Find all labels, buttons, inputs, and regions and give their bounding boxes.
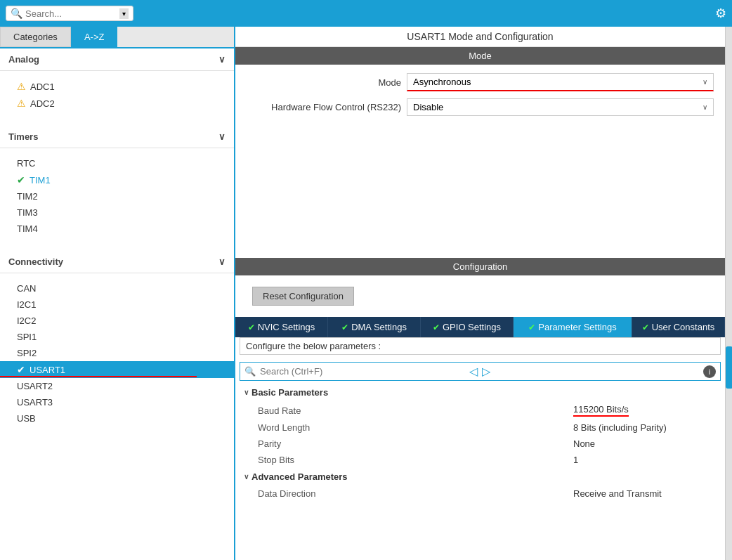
baud-rate-value: 115200 Bits/s [573,404,629,417]
info-button[interactable]: i [703,365,716,378]
check-icon: ✔ [17,174,25,185]
main-content: Categories A->Z Analog ∨ ⚠ ADC1 ⚠ ADC2 [0,27,732,560]
search-dropdown-button[interactable]: ▾ [119,8,129,19]
item-label: USB [17,413,36,424]
item-label: I2C2 [17,315,36,326]
tab-label: NVIC Settings [258,322,315,332]
right-panel: USART1 Mode and Configuration Mode Mode … [235,27,725,560]
chevron-down-icon: ∨ [702,78,707,86]
tab-user-constants[interactable]: ✔ User Constants [632,317,725,337]
check-icon: ✔ [341,323,348,332]
check-icon: ✔ [248,323,255,332]
hw-flow-label: Hardware Flow Control (RS232) [247,102,401,112]
search-input[interactable] [25,8,117,19]
chevron-down-icon: ∨ [218,54,226,65]
list-item[interactable]: TIM4 [0,221,234,237]
item-label: SPI2 [17,348,37,358]
tab-nvic-settings[interactable]: ✔ NVIC Settings [235,317,328,337]
category-connectivity[interactable]: Connectivity ∨ [0,251,234,273]
mode-label: Mode [247,77,401,88]
left-scroll-area[interactable]: Analog ∨ ⚠ ADC1 ⚠ ADC2 Timers ∨ [0,48,234,560]
table-row: Data Direction Receive and Transmit [241,486,719,502]
mode-gap [235,131,725,258]
item-label: ADC1 [30,82,55,92]
category-timers[interactable]: Timers ∨ [0,126,234,148]
item-label: USART1 [30,365,65,375]
list-item[interactable]: USART2 [0,378,234,394]
chevron-down-icon: ∨ [702,103,707,111]
search-icon: 🔍 [11,8,22,19]
gear-icon[interactable]: ⚙ [715,6,726,21]
scrollbar-thumb[interactable] [726,346,732,389]
chevron-down-icon: ∨ [244,473,249,481]
list-item[interactable]: TIM2 [0,188,234,204]
list-item-usart1[interactable]: ✔ USART1 [0,361,234,378]
tab-gpio-settings[interactable]: ✔ GPIO Settings [421,317,514,337]
hw-flow-row: Hardware Flow Control (RS232) Disable ∨ [247,98,714,116]
list-item[interactable]: ⚠ ADC2 [0,95,234,112]
param-value: None [573,438,714,449]
right-scrollbar[interactable] [725,27,732,560]
list-item[interactable]: CAN [0,280,234,297]
item-label: USART2 [17,381,53,391]
params-list: ∨ Basic Parameters Baud Rate 115200 Bits… [235,384,725,560]
list-item[interactable]: ✔ TIM1 [0,171,234,188]
tab-parameter-settings[interactable]: ✔ Parameter Settings [514,317,632,337]
hw-flow-value: Disable [413,102,443,112]
mode-section-header: Mode [235,47,725,65]
group-label: Basic Parameters [251,387,328,398]
search-box[interactable]: 🔍 ▾ [6,6,133,21]
search-icon: 🔍 [244,366,256,377]
list-item[interactable]: USB [0,410,234,426]
param-name: Word Length [258,422,573,433]
param-search-input[interactable] [260,366,465,377]
list-item[interactable]: I2C2 [0,313,234,329]
param-value: 1 [573,455,714,465]
tab-dma-settings[interactable]: ✔ DMA Settings [328,317,421,337]
item-label: SPI1 [17,332,37,342]
list-item[interactable]: I2C1 [0,297,234,313]
mode-value: Asynchronous [413,77,471,87]
item-label: TIM3 [17,207,38,218]
configure-label: Configure the below parameters : [240,337,721,355]
list-item[interactable]: ⚠ ADC1 [0,78,234,95]
group-label: Advanced Parameters [251,471,348,482]
left-panel: Categories A->Z Analog ∨ ⚠ ADC1 ⚠ ADC2 [0,27,235,560]
category-analog-label: Analog [8,54,39,65]
tab-label: User Constants [652,322,715,332]
advanced-params-group[interactable]: ∨ Advanced Parameters [241,468,719,486]
list-item[interactable]: RTC [0,155,234,171]
param-name: Baud Rate [258,405,573,416]
page-title: USART1 Mode and Configuration [235,27,725,47]
chevron-down-icon: ∨ [218,131,226,142]
item-label: RTC [17,158,35,169]
list-item[interactable]: USART3 [0,394,234,410]
list-item[interactable]: TIM3 [0,204,234,221]
config-section: Configuration Reset Configuration ✔ NVIC… [235,258,725,560]
param-value: 115200 Bits/s [573,404,714,417]
category-analog[interactable]: Analog ∨ [0,48,234,71]
tab-categories[interactable]: Categories [0,27,71,47]
config-header: Configuration [235,258,725,275]
param-nav-next-button[interactable]: ▷ [482,365,490,378]
top-bar: 🔍 ▾ ⚙ [0,0,732,27]
reset-configuration-button[interactable]: Reset Configuration [252,287,354,306]
category-timers-label: Timers [8,131,38,142]
basic-params-group[interactable]: ∨ Basic Parameters [241,384,719,401]
mode-dropdown[interactable]: Asynchronous ∨ [407,73,714,91]
chevron-down-icon: ∨ [244,389,249,396]
mode-row: Mode Asynchronous ∨ [247,73,714,91]
connectivity-items: CAN I2C1 I2C2 SPI1 SPI2 ✔ USART1 [0,273,234,429]
check-icon: ✔ [528,323,535,332]
item-label: TIM1 [30,175,51,185]
list-item[interactable]: SPI2 [0,345,234,361]
tab-atoz[interactable]: A->Z [71,27,118,47]
list-item[interactable]: SPI1 [0,329,234,345]
timers-items: RTC ✔ TIM1 TIM2 TIM3 TIM4 [0,148,234,240]
param-name: Stop Bits [258,455,573,465]
hw-flow-dropdown[interactable]: Disable ∨ [407,98,714,116]
tab-row: Categories A->Z [0,27,234,48]
table-row: Parity None [241,436,719,452]
param-nav-prev-button[interactable]: ◁ [469,365,478,378]
table-row: Baud Rate 115200 Bits/s [241,401,719,419]
